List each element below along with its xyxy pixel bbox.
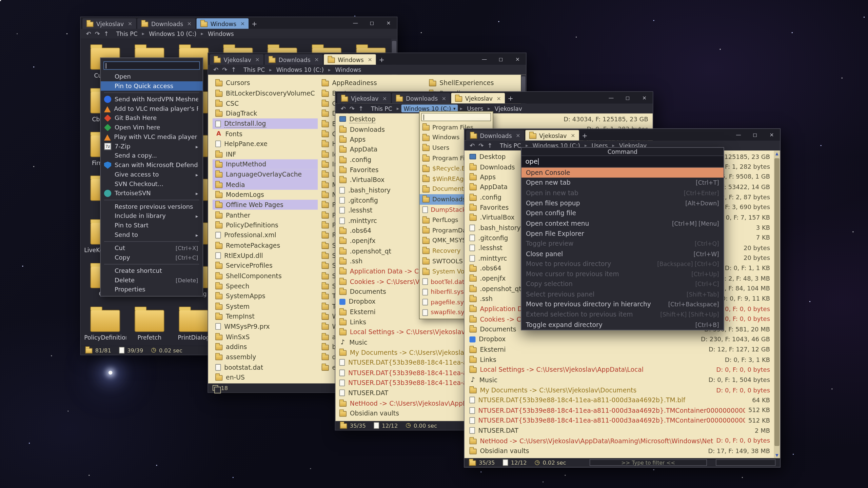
folder-policydefinitions[interactable]: PolicyDefinitions [84,303,126,345]
minimize-button[interactable]: — [476,53,493,65]
tab-windows[interactable]: Windows× [324,54,376,65]
folder-prefetch[interactable]: Prefetch [129,303,171,345]
back-button[interactable]: ↶ [84,30,93,37]
file-item-music[interactable]: ♪MusicD: 0, F: 1, 504 bytes [467,375,773,385]
up-button[interactable]: ↑ [229,66,238,73]
new-tab-button[interactable]: + [249,18,259,29]
tab-close-icon[interactable]: × [496,95,501,101]
command-close-panel[interactable]: Close panel[Ctrl+W] [521,249,724,259]
menu-item-pin-to-start[interactable]: Pin to Start [101,221,202,230]
scrollbar[interactable]: ▲ ▼ [774,150,780,458]
tab-close-icon[interactable]: × [571,132,575,138]
file-item-policydefinitions[interactable]: PolicyDefinitions [213,220,318,230]
file-item-tempinst[interactable]: TempInst [213,311,318,322]
tab-windows[interactable]: Windows× [197,18,249,29]
command-toggle-expand-directory[interactable]: Toggle expand directory[Ctrl+B] [521,320,724,330]
menu-item-pin-to-quick-access[interactable]: Pin to Quick access [101,81,202,91]
menu-item-git-bash-here[interactable]: Git Bash Here [101,114,202,123]
file-item-my-documents[interactable]: My Documents -> C:\Users\Vjekoslav\Docum… [467,385,773,395]
menu-item-add-to-vlc-media-player-s-playlist[interactable]: Add to VLC media player's Playlist [101,104,202,114]
command-select-previous-panel[interactable]: Select previous panel[Shift+Tab] [521,289,724,299]
scroll-down-icon[interactable]: ▼ [774,452,780,458]
tab-close-icon[interactable]: × [516,132,520,138]
file-item-cursors[interactable]: Cursors [213,78,318,88]
file-item-media[interactable]: Media [213,180,318,190]
maximize-button[interactable]: ◻ [619,92,636,103]
file-item-ntuser-dat[interactable]: NTUSER.DAT2 MB [467,426,773,436]
crumb-this-pc[interactable]: This PC [241,66,267,74]
tab-close-icon[interactable]: × [442,95,447,101]
file-item-systemapps[interactable]: SystemApps [213,291,318,301]
file-item-bitlockerdiscoveryvolumecontents[interactable]: BitLockerDiscoveryVolumeContents [213,88,318,98]
minimize-button[interactable]: — [730,129,747,140]
menu-item-cut[interactable]: Cut[Ctrl+X] [101,243,202,253]
back-button[interactable]: ↶ [212,66,220,73]
file-item-remotepackages[interactable]: RemotePackages [213,240,318,250]
file-item-ntuser-dat-53b39e88-18c4-11ea-a811-000d3aa[interactable]: NTUSER.DAT{53b39e88-18c4-11ea-a811-000d3… [467,405,773,415]
command-open-in-new-tab[interactable]: Open in new tab[Ctrl+Enter] [521,188,724,198]
command-extend-selection-to-previous-item[interactable]: Extend selection to previous item[Shift+… [521,309,724,320]
menu-item-give-access-to[interactable]: Give access to▸ [101,170,202,179]
file-item-panther[interactable]: Panther [213,210,318,220]
forward-button[interactable]: ↷ [220,66,229,73]
forward-button[interactable]: ↷ [348,105,356,112]
file-item-speech[interactable]: Speech [213,281,318,291]
minimize-button[interactable]: — [603,92,619,103]
new-tab-button[interactable]: + [506,93,515,103]
tab-close-icon[interactable]: × [187,20,192,26]
file-item-inf[interactable]: INF [213,149,318,159]
maximize-button[interactable]: ◻ [364,17,380,29]
filter-hint[interactable]: >> Type to filter << [590,459,707,466]
tab-close-icon[interactable]: × [240,20,245,26]
file-item-assembly[interactable]: assembly [213,352,318,362]
tab-vjekoslav[interactable]: Vjekoslav× [210,54,264,65]
tab-close-icon[interactable]: × [314,57,319,63]
file-item-winsxs[interactable]: WinSxS [213,332,318,342]
minimize-button[interactable]: — [347,17,364,29]
menu-item-send-with-nordvpn-meshnet[interactable]: Send with NordVPN Meshnet [101,95,202,104]
crumb-windows[interactable]: Windows [206,30,236,38]
close-button[interactable]: × [380,17,397,29]
file-item-dropbox[interactable]: DropboxD: 230, F: 1043, 46 GB [467,334,773,344]
close-button[interactable]: × [636,92,653,103]
menu-item-tortoisesvn[interactable]: TortoiseSVN▸ [101,189,202,198]
new-tab-button[interactable]: + [580,130,590,141]
crumb-this-pc[interactable]: This PC [498,142,524,149]
scrollbar-thumb[interactable] [774,158,780,446]
menu-item-include-in-library[interactable]: Include in library▸ [101,211,202,221]
command-move-to-previous-directory-in-hierarchy[interactable]: Move to previous directory in hierarchy[… [521,299,724,309]
menu-item-7-zip[interactable]: 7-Zip▸ [101,142,202,151]
crumb-this-pc[interactable]: This PC [114,30,140,38]
crumb-windows-10-c[interactable]: Windows 10 (C:) [147,30,199,38]
tab-vjekoslav[interactable]: Vjekoslav× [451,93,505,103]
command-move-cursor-to-previous-item[interactable]: Move cursor to previous item[Ctrl+Up] [521,269,724,279]
file-item-ntuser-dat-53b39e88-18c4-11ea-a811-000d3aa[interactable]: NTUSER.DAT{53b39e88-18c4-11ea-a811-000d3… [467,415,773,426]
command-open-files-popup[interactable]: Open files popup[Alt+Down] [521,198,724,208]
menu-item-restore-previous-versions[interactable]: Restore previous versions [101,202,202,211]
file-item-fonts[interactable]: AFonts [213,129,318,139]
file-item-helppane-exe[interactable]: HelpPane.exe [213,139,318,149]
file-item-dtcinstall-log[interactable]: DtcInstall.log [213,119,318,129]
file-item-local-settings[interactable]: Local Settings -> C:\Users\Vjekoslav\App… [467,365,773,375]
command-open-console[interactable]: Open Console [521,168,724,178]
up-button[interactable]: ↑ [486,142,494,149]
file-item-diagtrack[interactable]: DiagTrack [213,108,318,119]
maximize-button[interactable]: ◻ [493,53,509,65]
menu-item-scan-with-microsoft-defender[interactable]: Scan with Microsoft Defender... [101,160,202,170]
forward-button[interactable]: ↷ [93,30,102,37]
file-item-modemlogs[interactable]: ModemLogs [213,190,318,200]
file-item-eksterni[interactable]: EksterniD: 12, F: 127, 12 GB [467,344,773,354]
file-item-serviceprofiles[interactable]: ServiceProfiles [213,261,318,271]
context-menu-filter-input[interactable] [103,61,200,69]
file-item-nethood[interactable]: NetHood -> C:\Users\Vjekoslav\AppData\Ro… [467,436,773,446]
menu-item-send-a-copy[interactable]: Send a copy... [101,151,202,161]
tab-close-icon[interactable]: × [128,20,133,26]
palette-input[interactable]: ope [521,156,724,167]
close-button[interactable]: × [763,129,780,140]
command-copy-selection[interactable]: Copy selection[Ctrl+C] [521,279,724,289]
tab-vjekoslav[interactable]: Vjekoslav× [525,130,579,141]
menu-item-open[interactable]: Open [101,72,202,81]
tab-vjekoslav[interactable]: Vjekoslav× [337,93,391,103]
drive-dropdown-filter-input[interactable] [421,113,491,121]
close-button[interactable]: × [509,53,526,65]
